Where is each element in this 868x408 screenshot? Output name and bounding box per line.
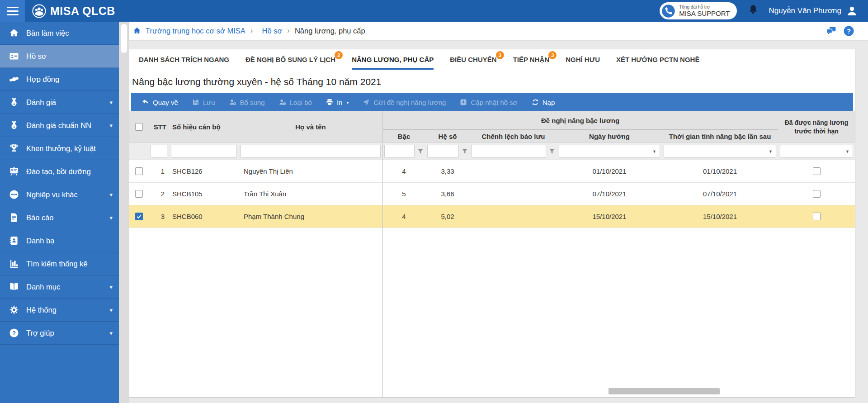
data-grid: STT Số hiệu cán bộ Họ và tên Đề nghị nân…	[129, 111, 855, 397]
refresh-icon	[531, 98, 539, 106]
back-label: Quay về	[153, 99, 178, 106]
sidebar-item-ho-so[interactable]: Hồ sơ	[0, 45, 119, 68]
tab-tiep-nhan[interactable]: TIẾP NHẬN 3	[513, 56, 550, 70]
sidebar-item-danh-ba[interactable]: Danh bạ	[0, 229, 119, 252]
person-add-icon	[229, 98, 237, 106]
sidebar-item-danh-gia-chuan-nn[interactable]: 1 Đánh giá chuẩn NN ▾	[0, 114, 119, 137]
add-button[interactable]: Bổ sung	[222, 93, 272, 111]
cell-reserve-diff	[470, 160, 557, 182]
column-header-next-raise[interactable]: Thời gian tính nâng bậc lần sau	[662, 133, 778, 140]
sidebar-item-nghiep-vu-khac[interactable]: Nghiệp vụ khác ▾	[0, 183, 119, 206]
column-header-early-raise[interactable]: Đã được nâng lương trước thời hạn	[778, 111, 855, 142]
sidebar-item-ban-lam-viec[interactable]: Bàn làm việc	[0, 22, 119, 45]
tab-danh-sach-trich-ngang[interactable]: DANH SÁCH TRÍCH NGANG	[139, 56, 229, 70]
early-raise-checkbox[interactable]	[813, 213, 821, 220]
tab-xet-huong-pctn-nghe[interactable]: XÉT HƯỞNG PCTN NGHỀ	[616, 56, 699, 70]
tab-label: ĐỀ NGHỊ BỔ SUNG LÝ LỊCH	[245, 56, 335, 63]
filter-funnel-icon[interactable]	[549, 148, 555, 154]
filter-coefficient-input[interactable]	[427, 145, 459, 158]
send-raise-request-button[interactable]: Gửi đề nghị nâng lương	[355, 93, 453, 111]
cell-effective-date: 15/10/2021	[557, 205, 662, 228]
sidebar-item-bao-cao[interactable]: Báo cáo ▾	[0, 206, 119, 229]
gear-icon	[8, 304, 20, 316]
filter-effective-date-dropdown[interactable]: ▼	[559, 145, 660, 158]
column-header-coefficient[interactable]: Hệ số	[425, 133, 470, 140]
sidebar-item-hop-dong[interactable]: Hợp đồng	[0, 68, 119, 91]
bar-chart-icon	[8, 258, 20, 270]
filter-funnel-icon[interactable]	[462, 148, 468, 154]
filter-level-input[interactable]	[384, 145, 415, 158]
sidebar-scrollbar[interactable]	[121, 24, 127, 53]
breadcrumb-home-icon[interactable]	[132, 26, 142, 35]
cell-effective-date: 07/10/2021	[557, 183, 662, 205]
filter-code-input[interactable]	[171, 145, 237, 158]
sidebar-item-label: Trợ giúp	[26, 329, 109, 337]
notification-bell-icon[interactable]	[748, 4, 759, 18]
chat-icon[interactable]	[826, 25, 837, 37]
sidebar-item-danh-muc[interactable]: Danh mục ▾	[0, 275, 119, 299]
filter-name-input[interactable]	[241, 145, 381, 158]
update-profile-button[interactable]: Cập nhật hồ sơ	[453, 93, 524, 111]
cell-level: 4	[382, 205, 425, 228]
misa-support-button[interactable]: Tổng đài hỗ trợ MISA SUPPORT	[660, 2, 737, 19]
cell-level: 5	[382, 183, 425, 205]
tab-label: DANH SÁCH TRÍCH NGANG	[139, 56, 229, 63]
cell-stt: 2	[149, 183, 169, 205]
chevron-down-icon: ▾	[109, 284, 113, 290]
filter-row: ▼ ▼ ▼	[129, 143, 855, 160]
help-icon[interactable]: ?	[843, 25, 854, 37]
print-button[interactable]: In ▾	[319, 93, 356, 111]
column-header-code[interactable]: Số hiệu cán bộ	[169, 123, 239, 131]
sidebar-scrollbar-track	[119, 22, 129, 403]
column-header-reserve-diff[interactable]: Chênh lệch bảo lưu	[470, 133, 557, 140]
open-book-icon	[8, 281, 20, 293]
hamburger-menu-icon[interactable]	[0, 0, 25, 22]
tab-nang-luong-phu-cap[interactable]: NÂNG LƯƠNG, PHỤ CẤP	[352, 56, 434, 70]
cell-name: Phạm Thành Chung	[239, 205, 382, 228]
column-header-level[interactable]: Bậc	[382, 133, 425, 140]
table-row-selected[interactable]: 3 SHCB060 Phạm Thành Chung 4 5,02 15/10/…	[129, 205, 855, 228]
back-button[interactable]: Quay về	[135, 93, 185, 111]
filter-stt-input[interactable]	[151, 145, 167, 158]
table-row[interactable]: 1 SHCB126 Nguyễn Thị Liên 4 3,33 01/10/2…	[129, 160, 855, 183]
sidebar: Bàn làm việc Hồ sơ	[0, 22, 119, 403]
tab-nghi-huu[interactable]: NGHỈ HƯU	[566, 56, 600, 70]
column-header-stt[interactable]: STT	[149, 123, 169, 131]
tab-badge: 2	[335, 51, 343, 59]
horizontal-scrollbar[interactable]	[609, 388, 720, 394]
select-all-checkbox[interactable]	[135, 123, 143, 131]
early-raise-checkbox[interactable]	[813, 167, 821, 175]
filter-funnel-icon[interactable]	[417, 148, 424, 154]
early-raise-checkbox[interactable]	[813, 190, 821, 198]
question-icon: ?	[8, 327, 20, 339]
print-label: In	[337, 99, 343, 106]
sidebar-item-label: Đánh giá	[26, 98, 109, 107]
reload-button[interactable]: Nạp	[524, 93, 562, 111]
sidebar-item-he-thong[interactable]: Hệ thống ▾	[0, 299, 119, 322]
column-header-effective-date[interactable]: Ngày hưởng	[557, 133, 662, 140]
user-menu[interactable]: Nguyễn Văn Phương	[769, 5, 858, 17]
filter-next-raise-dropdown[interactable]: ▼	[664, 145, 776, 158]
filter-early-raise-dropdown[interactable]: ▼	[780, 145, 853, 158]
breadcrumb-section-link[interactable]: Hồ sơ	[262, 27, 282, 35]
filter-reserve-diff-input[interactable]	[472, 145, 546, 158]
user-avatar-icon	[846, 5, 858, 17]
sidebar-item-tro-giup[interactable]: ? Trợ giúp ▾	[0, 322, 119, 345]
tab-dieu-chuyen[interactable]: ĐIỀU CHUYỂN 3	[450, 56, 496, 70]
sidebar-item-danh-gia[interactable]: 1 Đánh giá ▾	[0, 91, 119, 114]
phone-icon	[661, 4, 675, 18]
sidebar-item-khen-thuong-ky-luat[interactable]: Khen thưởng, kỷ luật	[0, 137, 119, 160]
tab-de-nghi-bo-sung-ly-lich[interactable]: ĐỀ NGHỊ BỔ SUNG LÝ LỊCH 2	[245, 56, 335, 70]
cell-name: Trần Thị Xuân	[239, 183, 382, 205]
sidebar-item-dao-tao-boi-duong[interactable]: Đào tạo, bồi dưỡng	[0, 160, 119, 183]
row-checkbox[interactable]	[135, 190, 143, 198]
table-row[interactable]: 2 SHCB105 Trần Thị Xuân 5 3,66 07/10/202…	[129, 183, 855, 205]
row-checkbox-checked[interactable]	[135, 213, 143, 220]
sidebar-item-tim-kiem-thong-ke[interactable]: Tìm kiếm thống kê	[0, 252, 119, 275]
column-header-name[interactable]: Họ và tên	[239, 123, 382, 131]
breadcrumb-root-link[interactable]: Trường trung học cơ sở MISA	[146, 27, 245, 35]
row-checkbox[interactable]	[135, 167, 143, 175]
remove-button[interactable]: Loại bỏ	[272, 93, 319, 111]
save-button[interactable]: Lưu	[185, 93, 222, 111]
sidebar-item-label: Đánh giá chuẩn NN	[26, 121, 109, 130]
